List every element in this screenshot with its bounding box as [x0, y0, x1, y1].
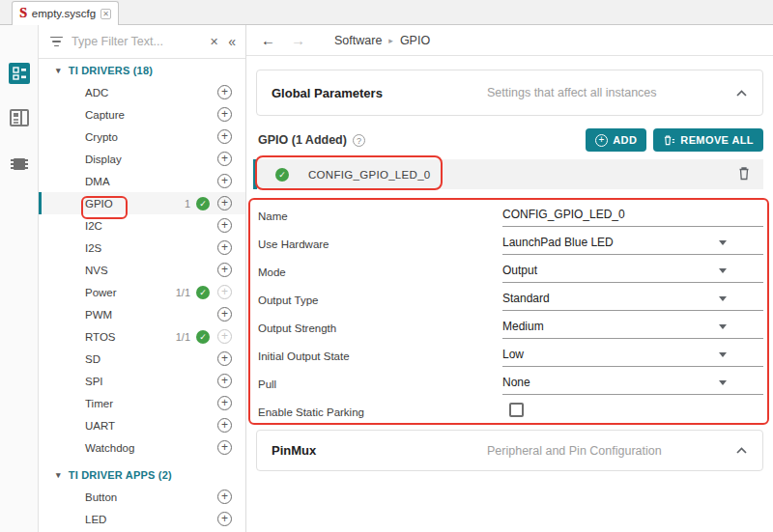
caret-down-icon: ▾	[56, 470, 61, 480]
driver-sidebar: ✕ « ▾ TI DRIVERS (18) ADC + Capture + Cr…	[39, 25, 246, 532]
sidebar-item-button[interactable]: Button +	[39, 486, 245, 508]
output-strength-select[interactable]: Medium	[502, 316, 763, 339]
remove-all-button[interactable]: REMOVE ALL	[653, 128, 763, 152]
tab-title: empty.syscfg	[32, 8, 96, 19]
sidebar-item-i2c[interactable]: I2C +	[39, 214, 245, 237]
gpio-instance-row[interactable]: ✓ CONFIG_GPIO_LED_0	[253, 159, 763, 189]
add-instance-icon-disabled: +	[217, 285, 232, 299]
add-instance-icon[interactable]: +	[217, 351, 232, 366]
breadcrumb-software[interactable]: Software	[334, 34, 382, 47]
sidebar-item-pwm[interactable]: PWM +	[39, 303, 245, 325]
status-ok-icon: ✓	[275, 168, 289, 182]
breadcrumb-gpio: GPIO	[400, 34, 430, 47]
editor-tab-bar: S empty.syscfg ✕	[0, 0, 773, 25]
sysconfig-logo-icon: S	[19, 7, 27, 20]
chevron-up-icon[interactable]	[736, 447, 747, 454]
breadcrumb-separator-icon: ▸	[388, 36, 393, 45]
add-instance-icon[interactable]: +	[217, 396, 232, 410]
collapse-sidebar-icon[interactable]: «	[226, 34, 236, 49]
group-label: TI DRIVER APPS (2)	[69, 469, 172, 481]
delete-instance-icon[interactable]	[737, 165, 751, 184]
add-instance-icon[interactable]: +	[217, 307, 232, 322]
chevron-up-icon[interactable]	[736, 90, 747, 97]
form-row-output-strength: Output Strength Medium	[246, 314, 773, 342]
filter-row: ✕ «	[39, 25, 245, 59]
sidebar-item-timer[interactable]: Timer +	[39, 392, 245, 414]
output-type-select[interactable]: Standard	[502, 288, 763, 311]
add-instance-icon[interactable]: +	[217, 240, 232, 255]
dropdown-arrow-icon	[719, 268, 727, 273]
clear-filter-icon[interactable]: ✕	[202, 36, 226, 48]
pull-select[interactable]: None	[502, 372, 763, 395]
help-icon[interactable]: ?	[353, 134, 365, 147]
sidebar-item-nvs[interactable]: NVS +	[39, 259, 245, 281]
group-label: TI DRIVERS (18)	[69, 65, 153, 76]
filter-input[interactable]	[72, 35, 202, 48]
board-view-icon[interactable]	[9, 107, 30, 128]
add-instance-icon[interactable]: +	[217, 512, 232, 526]
dropdown-arrow-icon	[719, 240, 727, 245]
sidebar-item-i2s[interactable]: I2S +	[39, 237, 245, 259]
mode-select[interactable]: Output	[502, 260, 763, 283]
global-parameters-title: Global Parameters	[272, 86, 383, 100]
instance-count: 1/1	[176, 331, 190, 343]
initial-output-state-select[interactable]: Low	[502, 344, 763, 367]
add-instance-icon[interactable]: +	[217, 418, 232, 433]
add-instance-icon[interactable]: +	[217, 152, 232, 166]
add-instance-icon[interactable]: +	[217, 107, 232, 122]
back-arrow-icon[interactable]: ←	[261, 32, 275, 48]
tab-empty-syscfg[interactable]: S empty.syscfg ✕	[12, 1, 119, 25]
caret-down-icon: ▾	[56, 66, 61, 75]
sidebar-item-sd[interactable]: SD +	[39, 348, 245, 370]
add-instance-icon[interactable]: +	[217, 440, 232, 455]
device-view-icon[interactable]	[9, 154, 30, 175]
name-input[interactable]: CONFIG_GPIO_LED_0	[502, 204, 763, 227]
dropdown-arrow-icon	[719, 352, 727, 357]
add-instance-icon[interactable]: +	[217, 129, 232, 144]
sidebar-item-rtos[interactable]: RTOS 1/1 ✓ +	[39, 325, 245, 348]
dropdown-arrow-icon	[719, 296, 727, 301]
nav-toolbar: ← → Software ▸ GPIO	[246, 25, 773, 56]
sidebar-item-spi[interactable]: SPI +	[39, 370, 245, 392]
form-row-pull: Pull None	[246, 370, 773, 398]
sidebar-item-led[interactable]: LED +	[39, 508, 245, 530]
software-view-icon[interactable]	[9, 63, 30, 84]
add-instance-icon-disabled: +	[217, 329, 232, 344]
sidebar-item-power[interactable]: Power 1/1 ✓ +	[39, 281, 245, 303]
instance-config-form: Name CONFIG_GPIO_LED_0 Use Hardware Laun…	[246, 202, 773, 426]
add-instance-icon[interactable]: +	[217, 196, 232, 210]
add-instance-icon[interactable]: +	[217, 490, 232, 504]
dropdown-arrow-icon	[719, 380, 727, 385]
status-ok-icon: ✓	[196, 330, 210, 344]
group-ti-driver-apps[interactable]: ▾ TI DRIVER APPS (2)	[39, 463, 245, 486]
sidebar-item-watchdog[interactable]: Watchdog +	[39, 436, 245, 459]
sidebar-item-dma[interactable]: DMA +	[39, 170, 245, 192]
group-ti-drivers[interactable]: ▾ TI DRIVERS (18)	[39, 59, 245, 81]
sidebar-item-adc[interactable]: ADC +	[39, 81, 245, 103]
instance-name: CONFIG_GPIO_LED_0	[308, 169, 737, 181]
dropdown-arrow-icon	[719, 324, 727, 329]
enable-static-parking-checkbox[interactable]	[509, 403, 524, 417]
breadcrumb: Software ▸ GPIO	[334, 34, 430, 47]
form-row-enable-static-parking: Enable Static Parking	[246, 398, 773, 426]
use-hardware-select[interactable]: LaunchPad Blue LED	[502, 232, 763, 255]
gpio-section-header: GPIO (1 Added) ? + ADD REMOVE ALL	[246, 126, 773, 154]
sidebar-item-gpio[interactable]: GPIO 1 ✓ +	[39, 192, 245, 214]
pinmux-card[interactable]: PinMux Peripheral and Pin Configuration	[256, 430, 763, 471]
form-row-use-hardware: Use Hardware LaunchPad Blue LED	[246, 230, 773, 258]
add-instance-icon[interactable]: +	[217, 374, 232, 388]
add-button[interactable]: + ADD	[586, 128, 646, 152]
tab-close-icon[interactable]: ✕	[100, 9, 111, 19]
sidebar-item-uart[interactable]: UART +	[39, 414, 245, 436]
sidebar-item-capture[interactable]: Capture +	[39, 103, 245, 126]
instance-count: 1	[185, 198, 190, 210]
form-row-name: Name CONFIG_GPIO_LED_0	[246, 202, 773, 230]
global-parameters-card[interactable]: Global Parameters Settings that affect a…	[256, 70, 763, 116]
activity-bar	[0, 25, 39, 532]
sidebar-item-crypto[interactable]: Crypto +	[39, 126, 245, 148]
sidebar-item-display[interactable]: Display +	[39, 148, 245, 170]
add-instance-icon[interactable]: +	[217, 218, 232, 233]
add-instance-icon[interactable]: +	[217, 85, 232, 99]
add-instance-icon[interactable]: +	[217, 263, 232, 277]
add-instance-icon[interactable]: +	[217, 174, 232, 188]
